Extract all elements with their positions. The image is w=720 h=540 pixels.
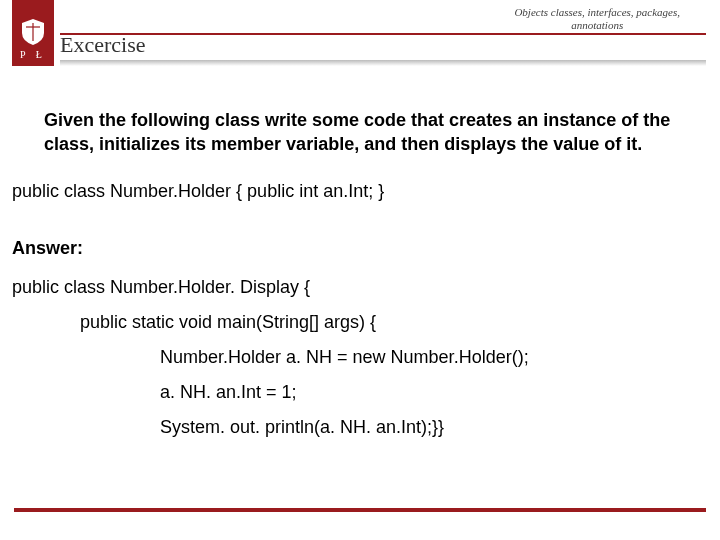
topic-line1: Objects classes, interfaces, packages,	[514, 6, 680, 18]
answer-line-4: System. out. println(a. NH. an.Int);}}	[160, 417, 690, 438]
answer-line-1: public static void main(String[] args) {	[80, 312, 690, 333]
slide-topic: Objects classes, interfaces, packages, a…	[514, 6, 680, 31]
institution-logo: P Ł	[12, 0, 54, 66]
answer-line-2: Number.Holder a. NH = new Number.Holder(…	[160, 347, 690, 368]
shield-icon	[18, 17, 48, 47]
answer-line-3: a. NH. an.Int = 1;	[160, 382, 690, 403]
logo-letters: P Ł	[20, 49, 46, 60]
given-code: public class Number.Holder { public int …	[12, 181, 690, 202]
slide-body: Given the following class write some cod…	[0, 66, 720, 438]
answer-label: Answer:	[12, 238, 690, 259]
footer-rule	[14, 508, 706, 512]
slide-title: Excercise	[60, 32, 706, 58]
answer-line-0: public class Number.Holder. Display {	[12, 277, 690, 298]
header-underline	[60, 60, 706, 66]
topic-line2: annotations	[571, 19, 623, 31]
slide-header: P Ł Objects classes, interfaces, package…	[0, 0, 720, 66]
exercise-prompt: Given the following class write some cod…	[44, 108, 678, 157]
